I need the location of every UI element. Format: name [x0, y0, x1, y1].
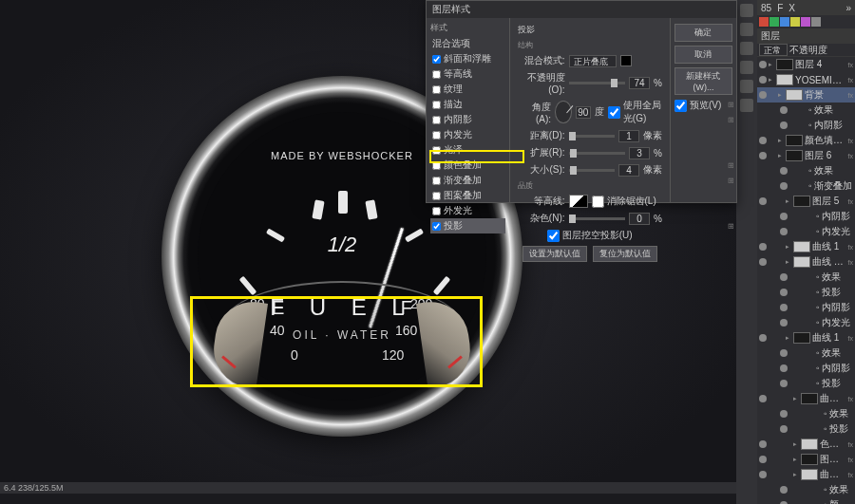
layer-row[interactable]: ▸图层 5fx: [757, 194, 855, 209]
fx-item-2[interactable]: 纹理: [430, 82, 505, 97]
layer-fx-row[interactable]: ◦ 效果: [757, 163, 855, 178]
layer-fx-row[interactable]: ◦ 内阴影: [757, 361, 855, 376]
visibility-icon[interactable]: [759, 334, 767, 342]
right-panels[interactable]: 85FX» 图层 正常 不透明度 ▸图层 4fx▸YOSEMITE N...fx…: [736, 0, 855, 504]
make-default-button[interactable]: 设置为默认值: [522, 246, 587, 262]
layer-fx-row[interactable]: ◦ 投影: [757, 421, 855, 437]
visibility-icon[interactable]: [759, 152, 767, 159]
size-value[interactable]: 4: [618, 164, 639, 177]
spread-value[interactable]: 3: [629, 147, 650, 159]
layer-row[interactable]: ▸背景fx: [757, 87, 855, 103]
visibility-icon[interactable]: [780, 106, 788, 114]
visibility-icon[interactable]: [780, 167, 788, 175]
angle-value[interactable]: 90: [576, 106, 591, 119]
layer-style-dialog[interactable]: 图层样式 样式 混合选项 斜面和浮雕等高线纹理描边⊞内阴影⊞内发光光泽颜色叠加⊞…: [426, 0, 737, 203]
opacity-slider[interactable]: [569, 82, 626, 84]
visibility-icon[interactable]: [780, 380, 788, 387]
visibility-icon[interactable]: [780, 304, 788, 311]
panel-icon[interactable]: [740, 61, 753, 74]
layer-fx-row[interactable]: ◦ 内阴影: [757, 209, 855, 224]
size-slider[interactable]: [569, 169, 615, 172]
visibility-icon[interactable]: [759, 440, 767, 448]
visibility-icon[interactable]: [780, 273, 788, 281]
layer-row[interactable]: ▸颜色填充 1fx: [757, 133, 855, 148]
visibility-icon[interactable]: [780, 364, 788, 372]
layer-fx-row[interactable]: ◦ 效果: [757, 482, 855, 497]
antialias-checkbox[interactable]: 消除锯齿(L): [592, 195, 656, 208]
color-swatches[interactable]: [757, 15, 855, 28]
visibility-icon[interactable]: [759, 137, 767, 144]
layer-row[interactable]: ▸曲线 1fx: [757, 330, 855, 345]
visibility-icon[interactable]: [780, 213, 788, 220]
fx-item-0[interactable]: 斜面和浮雕: [430, 51, 505, 66]
visibility-icon[interactable]: [780, 349, 788, 357]
new-style-button[interactable]: 新建样式(W)...: [674, 67, 732, 95]
distance-value[interactable]: 1: [618, 130, 639, 142]
panel-icon[interactable]: [740, 4, 753, 17]
fx-item-11[interactable]: 投影⊞: [430, 218, 505, 233]
layer-row[interactable]: ▸色彩饱和 凤尾 1fx: [757, 437, 855, 452]
panel-icon[interactable]: [740, 99, 753, 112]
visibility-icon[interactable]: [780, 425, 788, 433]
layer-fx-row[interactable]: ◦ 颜色叠加: [757, 497, 855, 504]
spread-slider[interactable]: [569, 152, 626, 155]
fx-item-3[interactable]: 描边⊞: [430, 97, 505, 112]
color-swatch[interactable]: [620, 55, 632, 66]
visibility-icon[interactable]: [780, 319, 788, 327]
layer-fx-row[interactable]: ◦ 内发光: [757, 315, 855, 330]
panel-icon[interactable]: [740, 23, 753, 36]
visibility-icon[interactable]: [780, 182, 788, 190]
visibility-icon[interactable]: [780, 289, 788, 296]
panel-icon[interactable]: [740, 42, 753, 55]
opacity-value[interactable]: 74: [629, 77, 650, 89]
layer-row[interactable]: ▸曲线 3fx: [757, 391, 855, 406]
visibility-icon[interactable]: [780, 121, 788, 129]
knockout-checkbox[interactable]: 图层挖空投影(U): [547, 229, 633, 242]
layer-fx-row[interactable]: ◦ 投影: [757, 376, 855, 391]
fx-item-4[interactable]: 内阴影⊞: [430, 112, 505, 127]
visibility-icon[interactable]: [759, 76, 767, 84]
layer-row[interactable]: ▸曲线 1fx: [757, 239, 855, 254]
layer-list[interactable]: ▸图层 4fx▸YOSEMITE N...fx▸背景fx◦ 效果◦ 内阴影▸颜色…: [757, 57, 855, 504]
layer-fx-row[interactable]: ◦ 效果: [757, 270, 855, 285]
layer-fx-row[interactable]: ◦ 内阴影: [757, 118, 855, 133]
fx-item-5[interactable]: 内发光: [430, 127, 505, 142]
visibility-icon[interactable]: [759, 61, 767, 68]
visibility-icon[interactable]: [759, 243, 767, 251]
noise-value[interactable]: 0: [629, 213, 650, 225]
layers-panel[interactable]: 85FX» 图层 正常 不透明度 ▸图层 4fx▸YOSEMITE N...fx…: [757, 0, 855, 504]
visibility-icon[interactable]: [759, 91, 767, 99]
blending-options[interactable]: 混合选项: [430, 36, 505, 51]
angle-dial[interactable]: [555, 101, 572, 123]
layer-fx-row[interactable]: ◦ 内阴影: [757, 300, 855, 315]
visibility-icon[interactable]: [759, 197, 767, 205]
layer-fx-row[interactable]: ◦ 效果: [757, 406, 855, 421]
visibility-icon[interactable]: [780, 228, 788, 235]
layer-fx-row[interactable]: ◦ 效果: [757, 103, 855, 118]
layer-fx-row[interactable]: ◦ 渐变叠加: [757, 178, 855, 194]
layer-row[interactable]: ▸图层 6fx: [757, 148, 855, 163]
distance-slider[interactable]: [569, 135, 615, 138]
layer-controls[interactable]: 正常 不透明度: [757, 44, 855, 57]
panel-icon[interactable]: [740, 80, 753, 93]
fx-item-9[interactable]: 图案叠加: [430, 188, 505, 203]
global-light-checkbox[interactable]: 使用全局光(G): [608, 99, 662, 125]
preview-checkbox[interactable]: 预览(V): [674, 99, 732, 112]
layer-fx-row[interactable]: ◦ 内发光: [757, 224, 855, 239]
reset-default-button[interactable]: 复位为默认值: [593, 246, 657, 262]
visibility-icon[interactable]: [759, 395, 767, 402]
noise-slider[interactable]: [569, 217, 626, 220]
cancel-button[interactable]: 取消: [674, 46, 732, 64]
fx-item-10[interactable]: 外发光: [430, 203, 505, 218]
visibility-icon[interactable]: [780, 486, 788, 494]
layer-row[interactable]: ▸曲线 1fx: [757, 467, 855, 482]
layer-row[interactable]: ▸YOSEMITE N...fx: [757, 72, 855, 87]
layer-fx-row[interactable]: ◦ 效果: [757, 345, 855, 361]
layer-row[interactable]: ▸图层 4fx: [757, 57, 855, 72]
fx-item-8[interactable]: 渐变叠加⊞: [430, 173, 505, 188]
layer-tabs[interactable]: 图层: [757, 28, 855, 44]
contour-picker[interactable]: [569, 195, 588, 208]
layer-row[interactable]: ▸曲线 小 1fx: [757, 254, 855, 270]
visibility-icon[interactable]: [780, 410, 788, 418]
ok-button[interactable]: 确定: [674, 24, 732, 42]
